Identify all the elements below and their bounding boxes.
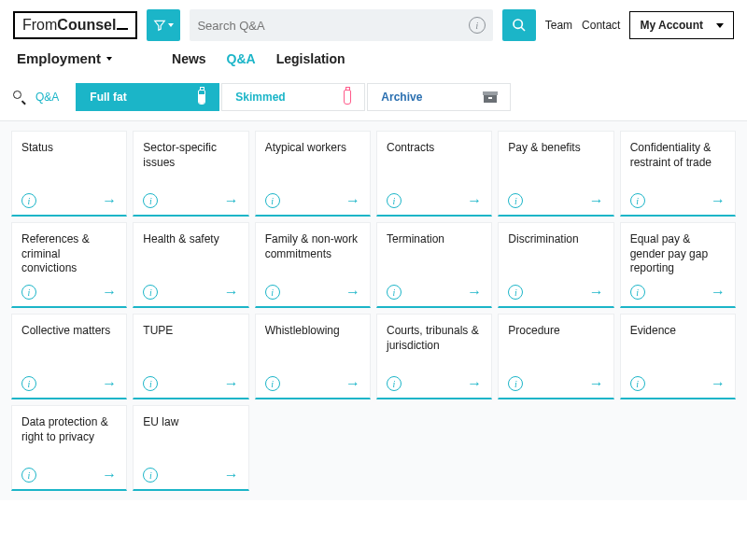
info-icon[interactable]: i <box>21 193 36 208</box>
topic-card[interactable]: Pay & benefitsi→ <box>498 131 613 217</box>
topic-card[interactable]: Data protection & right to privacyi→ <box>11 405 127 491</box>
topic-title: Confidentiality & restraint of trade <box>630 141 726 170</box>
view-tab-label: Skimmed <box>235 91 285 104</box>
topic-card[interactable]: Family & non-work commitmentsi→ <box>255 222 371 308</box>
topic-card[interactable]: Atypical workersi→ <box>255 131 371 217</box>
card-footer: i→ <box>630 284 726 301</box>
arrow-right-icon[interactable]: → <box>345 375 360 392</box>
topic-card[interactable]: Terminationi→ <box>376 222 492 308</box>
search-input[interactable] <box>197 19 468 33</box>
topic-card[interactable]: Procedurei→ <box>498 314 613 399</box>
topic-card[interactable]: Contractsi→ <box>376 131 492 217</box>
arrow-right-icon[interactable]: → <box>102 192 117 209</box>
card-footer: i→ <box>21 375 117 392</box>
topic-card[interactable]: Evidencei→ <box>620 314 736 399</box>
view-tab-archive[interactable]: Archive <box>367 83 511 111</box>
topic-card[interactable]: Discriminationi→ <box>498 222 613 308</box>
topic-card[interactable]: Whistleblowingi→ <box>255 314 371 399</box>
search-info-icon[interactable]: i <box>469 17 486 34</box>
topic-card[interactable]: Statusi→ <box>11 131 127 217</box>
topic-card[interactable]: References & criminal convictionsi→ <box>11 222 127 308</box>
info-icon[interactable]: i <box>508 285 523 300</box>
arrow-right-icon[interactable]: → <box>345 284 360 301</box>
nav-row: Employment News Q&A Legislation <box>0 47 747 76</box>
info-icon[interactable]: i <box>21 376 36 391</box>
view-tab-full-fat[interactable]: Full fat <box>76 83 219 111</box>
card-footer: i→ <box>21 192 117 209</box>
card-footer: i→ <box>630 375 726 392</box>
card-footer: i→ <box>265 192 360 209</box>
card-footer: i→ <box>143 284 238 301</box>
team-link[interactable]: Team <box>545 19 572 32</box>
magnifier-icon[interactable] <box>13 91 26 104</box>
info-icon[interactable]: i <box>143 376 158 391</box>
topic-title: Family & non-work commitments <box>265 232 360 261</box>
topic-card[interactable]: Health & safetyi→ <box>133 222 248 308</box>
arrow-right-icon[interactable]: → <box>589 192 604 209</box>
topic-card[interactable]: Confidentiality & restraint of tradei→ <box>620 131 736 217</box>
info-icon[interactable]: i <box>630 285 645 300</box>
arrow-right-icon[interactable]: → <box>711 284 726 301</box>
arrow-right-icon[interactable]: → <box>589 284 604 301</box>
topic-card[interactable]: TUPEi→ <box>133 314 248 399</box>
view-tab-skimmed[interactable]: Skimmed <box>221 83 365 111</box>
arrow-right-icon[interactable]: → <box>224 467 239 483</box>
tab-news[interactable]: News <box>172 51 206 66</box>
info-icon[interactable]: i <box>387 285 402 300</box>
arrow-right-icon[interactable]: → <box>102 284 117 301</box>
view-tabs: Full fat Skimmed Archive <box>76 83 511 111</box>
tab-qa[interactable]: Q&A <box>227 51 256 66</box>
caret-down-icon <box>106 57 112 61</box>
card-footer: i→ <box>387 375 482 392</box>
logo-text-thin: From <box>22 17 57 34</box>
topic-title: EU law <box>143 415 238 430</box>
info-icon[interactable]: i <box>508 193 523 208</box>
info-icon[interactable]: i <box>508 376 523 391</box>
arrow-right-icon[interactable]: → <box>589 375 604 392</box>
info-icon[interactable]: i <box>143 193 158 208</box>
my-account-button[interactable]: My Account <box>629 11 734 39</box>
topic-grid: Statusi→Sector-specific issuesi→Atypical… <box>0 121 747 500</box>
info-icon[interactable]: i <box>265 193 280 208</box>
arrow-right-icon[interactable]: → <box>711 192 726 209</box>
topic-card[interactable]: Collective mattersi→ <box>11 314 127 399</box>
category-dropdown[interactable]: Employment <box>17 50 112 66</box>
arrow-right-icon[interactable]: → <box>224 375 239 392</box>
funnel-icon <box>153 19 166 32</box>
info-icon[interactable]: i <box>265 376 280 391</box>
info-icon[interactable]: i <box>143 285 158 300</box>
info-icon[interactable]: i <box>387 376 402 391</box>
arrow-right-icon[interactable]: → <box>102 467 117 483</box>
info-icon[interactable]: i <box>21 285 36 300</box>
arrow-right-icon[interactable]: → <box>467 375 482 392</box>
topic-card[interactable]: Equal pay & gender pay gap reportingi→ <box>620 222 736 308</box>
arrow-right-icon[interactable]: → <box>345 192 360 209</box>
filter-button[interactable] <box>147 9 180 41</box>
arrow-right-icon[interactable]: → <box>224 284 239 301</box>
topic-title: TUPE <box>143 324 238 339</box>
topic-card[interactable]: Sector-specific issuesi→ <box>133 131 248 217</box>
card-footer: i→ <box>387 284 482 301</box>
info-icon[interactable]: i <box>387 193 402 208</box>
topic-title: Procedure <box>508 324 603 339</box>
info-icon[interactable]: i <box>143 468 158 483</box>
topic-card[interactable]: EU lawi→ <box>133 405 248 491</box>
arrow-right-icon[interactable]: → <box>224 192 239 209</box>
arrow-right-icon[interactable]: → <box>467 192 482 209</box>
tab-legislation[interactable]: Legislation <box>276 51 345 66</box>
search-button[interactable] <box>502 9 536 41</box>
card-footer: i→ <box>508 284 603 301</box>
arrow-right-icon[interactable]: → <box>467 284 482 301</box>
info-icon[interactable]: i <box>21 468 36 483</box>
topic-card[interactable]: Courts, tribunals & jurisdictioni→ <box>376 314 492 399</box>
breadcrumb[interactable]: Q&A <box>35 91 59 104</box>
contact-link[interactable]: Contact <box>582 19 620 32</box>
arrow-right-icon[interactable]: → <box>711 375 726 392</box>
info-icon[interactable]: i <box>265 285 280 300</box>
logo[interactable]: FromCounsel <box>13 11 137 39</box>
info-icon[interactable]: i <box>630 376 645 391</box>
topic-title: Evidence <box>630 324 726 339</box>
arrow-right-icon[interactable]: → <box>102 375 117 392</box>
info-icon[interactable]: i <box>630 193 645 208</box>
logo-cursor <box>117 28 128 30</box>
